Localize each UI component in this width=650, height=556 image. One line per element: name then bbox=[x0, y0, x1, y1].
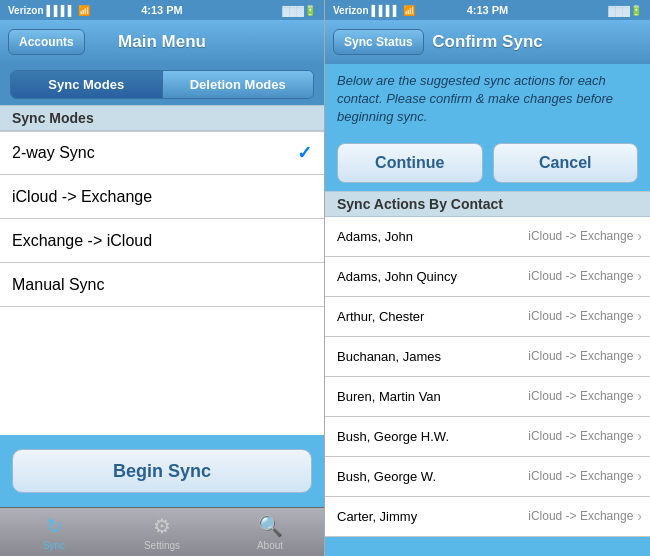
contact-action: iCloud -> Exchange bbox=[528, 309, 633, 323]
contact-action: iCloud -> Exchange bbox=[528, 389, 633, 403]
contact-name: Adams, John bbox=[337, 229, 528, 244]
left-nav-bar: Accounts Main Menu bbox=[0, 20, 324, 64]
contact-name: Carter, Jimmy bbox=[337, 509, 528, 524]
table-row[interactable]: Exchange -> iCloud bbox=[0, 219, 324, 263]
row-label: iCloud -> Exchange bbox=[12, 188, 312, 206]
contact-name: Adams, John Quincy bbox=[337, 269, 528, 284]
row-label: 2-way Sync bbox=[12, 144, 297, 162]
row-label: Exchange -> iCloud bbox=[12, 232, 312, 250]
chevron-icon: › bbox=[637, 268, 642, 284]
contact-row[interactable]: Bush, George H.W. iCloud -> Exchange › bbox=[325, 417, 650, 457]
contact-action: iCloud -> Exchange bbox=[528, 349, 633, 363]
contact-row[interactable]: Adams, John Quincy iCloud -> Exchange › bbox=[325, 257, 650, 297]
left-tab-bar: ↻ Sync ⚙ Settings 🔍 About bbox=[0, 507, 324, 556]
tab-deletion-modes[interactable]: Deletion Modes bbox=[163, 71, 314, 98]
gear-icon: ⚙ bbox=[153, 514, 171, 538]
search-icon: 🔍 bbox=[258, 514, 283, 538]
action-buttons: Continue Cancel bbox=[325, 135, 650, 191]
right-time: 4:13 PM bbox=[467, 4, 509, 16]
contact-section-header: Sync Actions By Contact bbox=[325, 191, 650, 217]
chevron-icon: › bbox=[637, 388, 642, 404]
left-time: 4:13 PM bbox=[141, 4, 183, 16]
begin-sync-button[interactable]: Begin Sync bbox=[12, 449, 312, 493]
contact-action: iCloud -> Exchange bbox=[528, 229, 633, 243]
table-row[interactable]: 2-way Sync ✓ bbox=[0, 131, 324, 175]
right-wifi-icon: 📶 bbox=[403, 5, 415, 16]
tab-sync[interactable]: ↻ Sync bbox=[0, 514, 108, 551]
checkmark-icon: ✓ bbox=[297, 142, 312, 164]
left-status-bar: Verizon ▌▌▌▌ 📶 4:13 PM ▓▓▓🔋 bbox=[0, 0, 324, 20]
sync-tab-label: Sync bbox=[43, 540, 65, 551]
contact-name: Bush, George H.W. bbox=[337, 429, 528, 444]
right-carrier: Verizon bbox=[333, 5, 369, 16]
contact-action: iCloud -> Exchange bbox=[528, 509, 633, 523]
contact-row[interactable]: Buchanan, James iCloud -> Exchange › bbox=[325, 337, 650, 377]
continue-button[interactable]: Continue bbox=[337, 143, 483, 183]
contact-action: iCloud -> Exchange bbox=[528, 269, 633, 283]
right-status-bar: Verizon ▌▌▌▌ 📶 4:13 PM ▓▓▓🔋 bbox=[325, 0, 650, 20]
row-label: Manual Sync bbox=[12, 276, 312, 294]
contact-name: Buren, Martin Van bbox=[337, 389, 528, 404]
right-status-left: Verizon ▌▌▌▌ 📶 bbox=[333, 5, 415, 16]
contact-row[interactable]: Bush, George W. iCloud -> Exchange › bbox=[325, 457, 650, 497]
chevron-icon: › bbox=[637, 468, 642, 484]
right-battery-icon: ▓▓▓🔋 bbox=[608, 5, 642, 16]
left-carrier: Verizon bbox=[8, 5, 44, 16]
left-wifi-icon: 📶 bbox=[78, 5, 90, 16]
sync-status-button[interactable]: Sync Status bbox=[333, 29, 424, 55]
left-signal-icon: ▌▌▌▌ bbox=[47, 5, 75, 16]
left-nav-title: Main Menu bbox=[118, 32, 206, 52]
left-battery-icon: ▓▓▓🔋 bbox=[282, 5, 316, 16]
chevron-icon: › bbox=[637, 348, 642, 364]
left-segment-control: Sync Modes Deletion Modes bbox=[0, 64, 324, 105]
table-row[interactable]: iCloud -> Exchange bbox=[0, 175, 324, 219]
tab-settings[interactable]: ⚙ Settings bbox=[108, 514, 216, 551]
contact-row[interactable]: Buren, Martin Van iCloud -> Exchange › bbox=[325, 377, 650, 417]
about-tab-label: About bbox=[257, 540, 283, 551]
contact-name: Buchanan, James bbox=[337, 349, 528, 364]
contact-row[interactable]: Carter, Jimmy iCloud -> Exchange › bbox=[325, 497, 650, 537]
cancel-button[interactable]: Cancel bbox=[493, 143, 639, 183]
begin-sync-area: Begin Sync bbox=[0, 435, 324, 507]
chevron-icon: › bbox=[637, 308, 642, 324]
left-table-view: 2-way Sync ✓ iCloud -> Exchange Exchange… bbox=[0, 131, 324, 435]
right-nav-bar: Sync Status Confirm Sync bbox=[325, 20, 650, 64]
contact-row[interactable]: Adams, John iCloud -> Exchange › bbox=[325, 217, 650, 257]
left-segment-tabs: Sync Modes Deletion Modes bbox=[10, 70, 314, 99]
chevron-icon: › bbox=[637, 228, 642, 244]
contact-name: Bush, George W. bbox=[337, 469, 528, 484]
info-text: Below are the suggested sync actions for… bbox=[325, 64, 650, 135]
contact-list: Adams, John iCloud -> Exchange › Adams, … bbox=[325, 217, 650, 556]
contact-action: iCloud -> Exchange bbox=[528, 429, 633, 443]
settings-tab-label: Settings bbox=[144, 540, 180, 551]
contact-action: iCloud -> Exchange bbox=[528, 469, 633, 483]
tab-about[interactable]: 🔍 About bbox=[216, 514, 324, 551]
left-status-right: ▓▓▓🔋 bbox=[282, 5, 316, 16]
chevron-icon: › bbox=[637, 428, 642, 444]
contact-row[interactable]: Arthur, Chester iCloud -> Exchange › bbox=[325, 297, 650, 337]
right-status-right: ▓▓▓🔋 bbox=[608, 5, 642, 16]
sync-icon: ↻ bbox=[46, 514, 63, 538]
left-phone: Verizon ▌▌▌▌ 📶 4:13 PM ▓▓▓🔋 Accounts Mai… bbox=[0, 0, 325, 556]
left-status-left: Verizon ▌▌▌▌ 📶 bbox=[8, 5, 90, 16]
right-signal-icon: ▌▌▌▌ bbox=[372, 5, 400, 16]
right-phone: Verizon ▌▌▌▌ 📶 4:13 PM ▓▓▓🔋 Sync Status … bbox=[325, 0, 650, 556]
right-nav-title: Confirm Sync bbox=[432, 32, 543, 52]
table-row[interactable]: Manual Sync bbox=[0, 263, 324, 307]
tab-sync-modes[interactable]: Sync Modes bbox=[11, 71, 162, 98]
left-section-header: Sync Modes bbox=[0, 105, 324, 131]
chevron-icon: › bbox=[637, 508, 642, 524]
contact-name: Arthur, Chester bbox=[337, 309, 528, 324]
left-accounts-button[interactable]: Accounts bbox=[8, 29, 85, 55]
